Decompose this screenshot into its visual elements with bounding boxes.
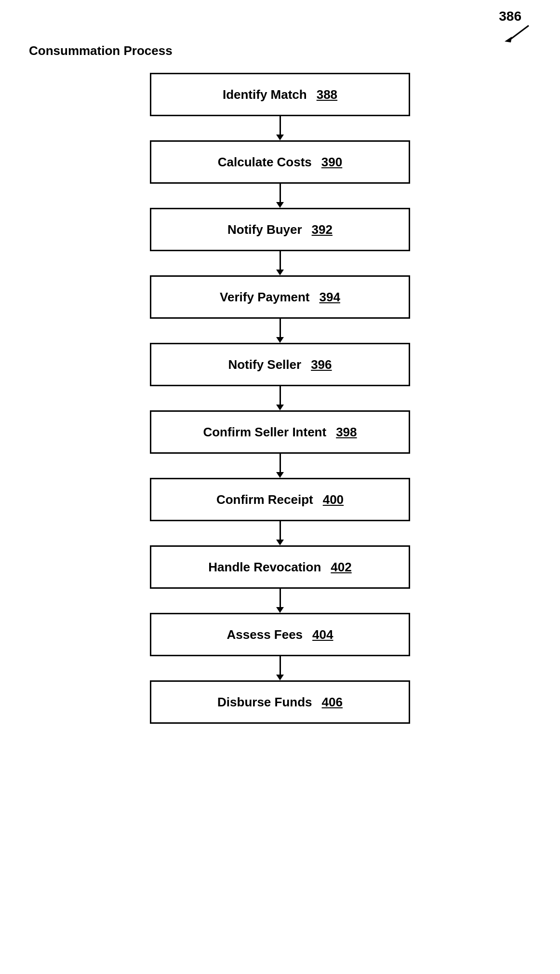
step-402-label: Handle Revocation: [208, 560, 321, 575]
step-392-label: Notify Buyer: [227, 222, 302, 237]
step-404-label: Assess Fees: [227, 627, 303, 642]
step-402-number: 402: [331, 560, 351, 575]
step-388-box: Identify Match 388: [150, 73, 410, 116]
step-398-number: 398: [336, 425, 357, 440]
svg-line-0: [509, 26, 529, 40]
step-400-number: 400: [323, 492, 344, 507]
arrow-2: [276, 251, 284, 275]
step-392-box: Notify Buyer 392: [150, 208, 410, 251]
arrow-6: [276, 521, 284, 545]
flowchart: Identify Match 388 Calculate Costs 390 N…: [0, 73, 560, 724]
arrow-indicator: [502, 23, 531, 42]
step-406-number: 406: [322, 695, 343, 710]
step-406-label: Disburse Funds: [217, 695, 312, 710]
diagram-number: 386: [499, 9, 521, 24]
step-394-number: 394: [320, 290, 340, 305]
arrow-4: [276, 386, 284, 410]
step-392-number: 392: [312, 222, 333, 237]
step-390-number: 390: [321, 155, 342, 170]
step-394-box: Verify Payment 394: [150, 275, 410, 319]
step-396-label: Notify Seller: [228, 357, 301, 372]
arrow-3: [276, 319, 284, 343]
page-container: 386 Consummation Process Identify Match …: [0, 0, 560, 974]
step-400-box: Confirm Receipt 400: [150, 478, 410, 521]
step-396-box: Notify Seller 396: [150, 343, 410, 386]
step-388-number: 388: [317, 87, 337, 102]
step-398-box: Confirm Seller Intent 398: [150, 410, 410, 454]
step-402-box: Handle Revocation 402: [150, 545, 410, 589]
arrow-7: [276, 589, 284, 613]
step-390-box: Calculate Costs 390: [150, 140, 410, 184]
step-404-number: 404: [312, 627, 333, 642]
arrow-8: [276, 656, 284, 680]
step-394-label: Verify Payment: [220, 290, 309, 305]
step-390-label: Calculate Costs: [218, 155, 312, 170]
step-388-label: Identify Match: [223, 87, 307, 102]
arrow-0: [276, 116, 284, 140]
step-404-box: Assess Fees 404: [150, 613, 410, 656]
arrow-1: [276, 184, 284, 208]
page-title: Consummation Process: [29, 43, 560, 58]
step-398-label: Confirm Seller Intent: [203, 425, 326, 440]
step-406-box: Disburse Funds 406: [150, 680, 410, 724]
step-400-label: Confirm Receipt: [216, 492, 313, 507]
arrow-5: [276, 454, 284, 478]
step-396-number: 396: [311, 357, 332, 372]
svg-marker-1: [505, 37, 512, 42]
